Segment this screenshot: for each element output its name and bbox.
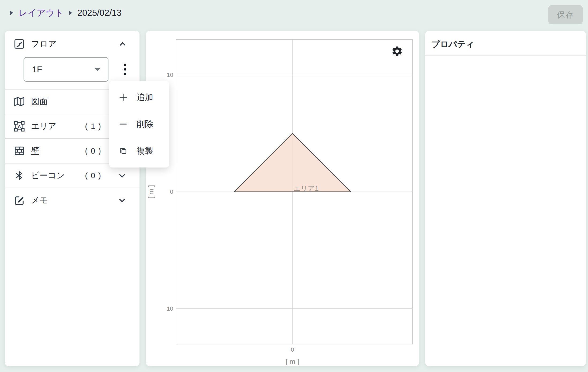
menu-item-label: 削除: [137, 118, 153, 130]
sidebar-item-label: 図面: [31, 96, 96, 107]
floor-context-menu: 追加 削除 複製: [109, 81, 169, 168]
bluetooth-icon: [13, 170, 25, 181]
stairs-icon: [13, 38, 25, 50]
properties-title: プロパティ: [425, 31, 586, 49]
minus-icon: [119, 120, 127, 128]
sidebar-item-label: 壁: [31, 145, 79, 157]
gear-icon: [391, 45, 403, 57]
breadcrumb-current-date: 2025/02/13: [77, 8, 122, 18]
svg-text:エリア1: エリア1: [293, 184, 319, 192]
save-button[interactable]: 保存: [548, 5, 583, 24]
chevron-up-icon[interactable]: [119, 40, 127, 48]
area-icon: A: [13, 120, 25, 132]
breadcrumb-link-layout[interactable]: レイアウト: [18, 7, 64, 19]
layout-editor-page: レイアウト 2025/02/13 保存 フロア 1F: [0, 0, 588, 372]
caret-down-icon: [94, 68, 101, 71]
sidebar-item-label: ビーコン: [31, 170, 79, 181]
menu-item-label: 複製: [137, 145, 153, 157]
svg-text:0: 0: [291, 346, 294, 353]
sidebar-floor-label: フロア: [31, 38, 102, 50]
sidebar-item-memo[interactable]: メモ: [5, 188, 140, 212]
sidebar-section-floor[interactable]: フロア: [5, 31, 140, 57]
menu-item-duplicate[interactable]: 複製: [109, 137, 169, 164]
breadcrumb-arrow-icon: [10, 10, 14, 16]
map-icon: [13, 96, 25, 107]
copy-icon: [119, 147, 127, 155]
floor-kebab-menu-button[interactable]: [123, 57, 127, 82]
svg-text:[ m ]: [ m ]: [147, 185, 155, 199]
svg-text:0: 0: [170, 188, 173, 195]
menu-item-add[interactable]: 追加: [109, 84, 169, 111]
sidebar-item-count: ( 0 ): [85, 171, 101, 180]
sidebar-item-label: メモ: [31, 195, 96, 206]
properties-panel: プロパティ: [425, 31, 586, 366]
kebab-icon: [123, 63, 127, 76]
breadcrumb: レイアウト 2025/02/13: [10, 6, 122, 20]
menu-item-label: 追加: [137, 92, 153, 103]
plus-icon: [119, 93, 127, 102]
svg-text:[ m ]: [ m ]: [286, 358, 299, 366]
menu-item-delete[interactable]: 削除: [109, 111, 169, 137]
floor-canvas[interactable]: 100-100エリア1[ m ][ m ]: [146, 31, 419, 366]
sidebar-item-count: ( 1 ): [85, 122, 101, 131]
sidebar-item-count: ( 0 ): [85, 147, 101, 155]
svg-text:-10: -10: [165, 305, 173, 312]
breadcrumb-arrow-icon: [69, 10, 73, 16]
svg-text:10: 10: [167, 72, 173, 78]
memo-icon: [13, 194, 25, 206]
floor-select[interactable]: 1F: [24, 57, 108, 82]
svg-text:A: A: [18, 124, 21, 129]
wall-icon: [13, 145, 25, 157]
chevron-down-icon[interactable]: [118, 196, 126, 204]
canvas-settings-button[interactable]: [391, 45, 403, 57]
floor-select-value: 1F: [32, 65, 42, 75]
chevron-down-icon[interactable]: [118, 172, 126, 180]
divider: [425, 55, 586, 55]
floor-canvas-panel: 100-100エリア1[ m ][ m ]: [146, 31, 419, 366]
sidebar-item-label: エリア: [31, 121, 79, 132]
